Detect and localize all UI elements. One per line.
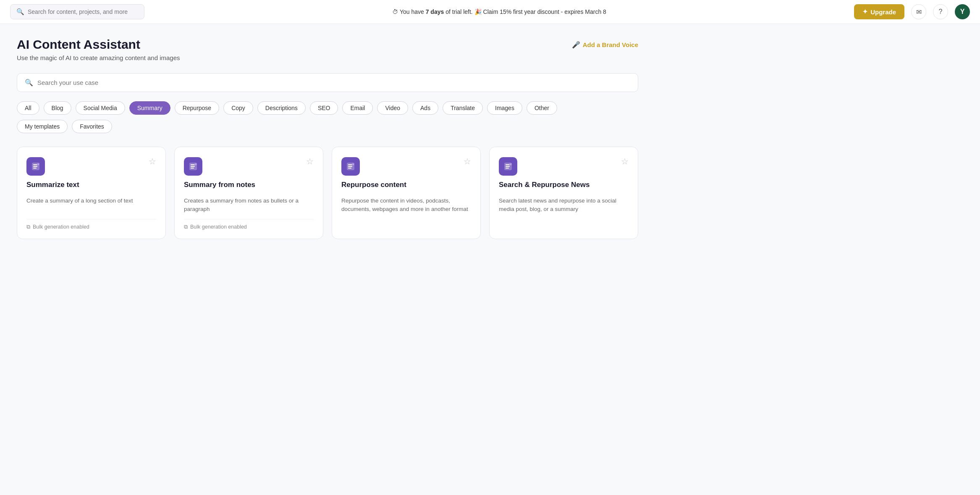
svg-rect-13 — [348, 168, 351, 169]
svg-point-4 — [37, 163, 39, 166]
filter-row-secondary: My templatesFavorites — [17, 120, 638, 133]
svg-point-9 — [194, 163, 197, 166]
trial-notice: ⏱ You have 7 days of trial left. 🎉 Claim… — [151, 8, 847, 15]
filter-pill-repurpose[interactable]: Repurpose — [175, 101, 220, 115]
use-case-search-input[interactable] — [37, 79, 630, 86]
search-icon: 🔍 — [16, 8, 24, 16]
card-desc-repurpose-content: Repurpose the content in videos, podcast… — [341, 197, 471, 230]
add-brand-voice-link[interactable]: 🎤 Add a Brand Voice — [572, 41, 638, 49]
card-title-repurpose-content: Repurpose content — [341, 181, 471, 189]
filter-pill-email[interactable]: Email — [342, 101, 373, 115]
card-icon-summary-from-notes — [184, 157, 202, 176]
card-top: ☆ — [26, 157, 156, 176]
favorite-button-summary-from-notes[interactable]: ☆ — [306, 157, 314, 166]
page-header: AI Content Assistant Use the magic of AI… — [17, 37, 638, 61]
svg-rect-17 — [506, 166, 510, 167]
filter-pill-video[interactable]: Video — [377, 101, 408, 115]
svg-rect-12 — [348, 166, 352, 167]
svg-rect-3 — [33, 168, 37, 169]
card-title-summary-from-notes: Summary from notes — [184, 181, 314, 189]
upgrade-button[interactable]: ✦ Upgrade — [854, 4, 904, 19]
filter-pill-images[interactable]: Images — [487, 101, 522, 115]
upgrade-label: Upgrade — [870, 8, 896, 16]
mail-button[interactable]: ✉ — [911, 4, 926, 19]
filter-pill-seo[interactable]: SEO — [310, 101, 338, 115]
global-search-bar[interactable]: 🔍 — [10, 4, 144, 19]
mic-icon: 🎤 — [572, 41, 580, 49]
favorite-button-summarize-text[interactable]: ☆ — [149, 157, 156, 166]
cards-grid: ☆ Summarize text Create a summary of a l… — [17, 147, 638, 239]
user-avatar[interactable]: Y — [955, 4, 970, 19]
page-header-text: AI Content Assistant Use the magic of AI… — [17, 37, 180, 61]
svg-rect-8 — [191, 168, 194, 169]
svg-rect-2 — [33, 166, 37, 167]
card-footer-summary-from-notes: ⧉ Bulk generation enabled — [184, 219, 314, 230]
filter-pill-ads[interactable]: Ads — [412, 101, 438, 115]
filter-pill-summary[interactable]: Summary — [129, 101, 170, 115]
card-icon-repurpose-content — [341, 157, 360, 176]
svg-point-19 — [509, 163, 512, 166]
filter-pill-favorites[interactable]: Favorites — [72, 120, 112, 133]
topnav: 🔍 ⏱ You have 7 days of trial left. 🎉 Cla… — [0, 0, 980, 24]
avatar-letter: Y — [960, 8, 965, 16]
card-search-repurpose-news[interactable]: ☆ Search & Repurpose News Search latest … — [489, 147, 638, 239]
use-case-search-bar[interactable]: 🔍 — [17, 73, 638, 92]
bulk-label-summary-from-notes: Bulk generation enabled — [190, 224, 247, 230]
page-subtitle: Use the magic of AI to create amazing co… — [17, 54, 180, 61]
card-top: ☆ — [341, 157, 471, 176]
card-desc-summarize-text: Create a summary of a long section of te… — [26, 197, 156, 214]
page-title: AI Content Assistant — [17, 37, 180, 52]
card-summarize-text[interactable]: ☆ Summarize text Create a summary of a l… — [17, 147, 166, 239]
mail-icon: ✉ — [916, 8, 922, 16]
filter-pill-all[interactable]: All — [17, 101, 39, 115]
filter-pill-social-media[interactable]: Social Media — [76, 101, 125, 115]
use-case-search-icon: 🔍 — [25, 79, 33, 87]
filter-pill-copy[interactable]: Copy — [223, 101, 253, 115]
card-desc-search-repurpose-news: Search latest news and repurpose into a … — [499, 197, 629, 230]
card-title-summarize-text: Summarize text — [26, 181, 156, 189]
brand-voice-label: Add a Brand Voice — [583, 41, 638, 48]
filter-pill-translate[interactable]: Translate — [443, 101, 483, 115]
card-top: ☆ — [184, 157, 314, 176]
upgrade-icon: ✦ — [862, 8, 868, 16]
svg-rect-18 — [506, 168, 509, 169]
main-content: AI Content Assistant Use the magic of AI… — [0, 24, 655, 253]
filter-pill-descriptions[interactable]: Descriptions — [257, 101, 306, 115]
favorite-button-repurpose-content[interactable]: ☆ — [464, 157, 471, 166]
global-search-input[interactable] — [28, 8, 138, 15]
help-button[interactable]: ? — [933, 4, 948, 19]
svg-rect-7 — [191, 166, 195, 167]
card-desc-summary-from-notes: Creates a summary from notes as bullets … — [184, 197, 314, 214]
card-top: ☆ — [499, 157, 629, 176]
help-icon: ? — [939, 8, 943, 16]
svg-point-14 — [352, 163, 354, 166]
favorite-button-search-repurpose-news[interactable]: ☆ — [621, 157, 629, 166]
card-title-search-repurpose-news: Search & Repurpose News — [499, 181, 629, 189]
bulk-icon-summarize-text: ⧉ — [26, 224, 30, 230]
card-summary-from-notes[interactable]: ☆ Summary from notes Creates a summary f… — [174, 147, 323, 239]
filter-pill-blog[interactable]: Blog — [44, 101, 71, 115]
filter-pill-my-templates[interactable]: My templates — [17, 120, 68, 133]
bulk-icon-summary-from-notes: ⧉ — [184, 224, 188, 230]
trial-days: 7 days — [426, 8, 444, 15]
bulk-label-summarize-text: Bulk generation enabled — [33, 224, 89, 230]
card-repurpose-content[interactable]: ☆ Repurpose content Repurpose the conten… — [332, 147, 481, 239]
card-icon-summarize-text — [26, 157, 45, 176]
card-icon-search-repurpose-news — [499, 157, 517, 176]
filter-pill-other[interactable]: Other — [527, 101, 557, 115]
filter-row-primary: AllBlogSocial MediaSummaryRepurposeCopyD… — [17, 101, 638, 115]
card-footer-summarize-text: ⧉ Bulk generation enabled — [26, 219, 156, 230]
